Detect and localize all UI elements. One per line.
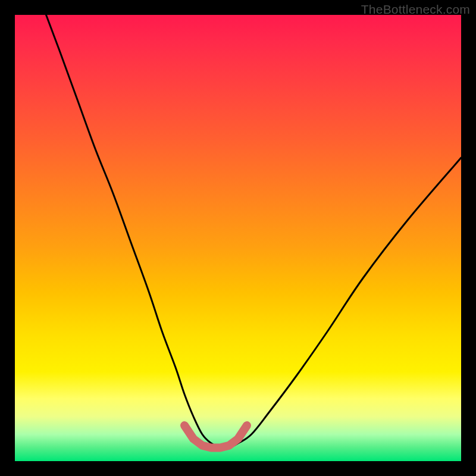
main-curve-path	[46, 15, 462, 449]
plot-area	[15, 15, 461, 461]
chart-frame: TheBottleneck.com	[0, 0, 476, 476]
watermark-text: TheBottleneck.com	[361, 2, 470, 17]
curve-svg	[15, 15, 461, 461]
